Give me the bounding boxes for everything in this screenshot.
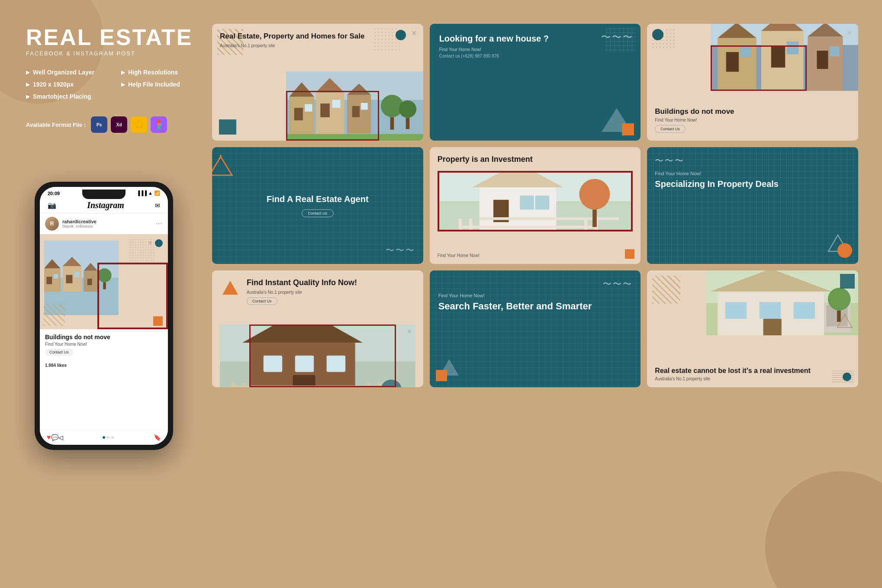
card-title: Looking for a new house ? (439, 33, 631, 44)
house-image (438, 171, 633, 231)
find-home: Find Your Home Now! (655, 118, 850, 122)
svg-rect-103 (763, 319, 782, 335)
card-text: Find Your Home Now! Search Faster, Bette… (438, 293, 632, 312)
send-icon: ✉ (155, 202, 160, 209)
heart-icon[interactable]: ♥ (47, 434, 51, 441)
card-title: Search Faster, Better and Smarter (438, 301, 632, 312)
figma-icon (151, 116, 167, 133)
card-9: Real estate cannot be lost it's a real i… (647, 270, 858, 387)
phone-post-image: ✕ (40, 234, 168, 329)
svg-rect-100 (725, 302, 747, 319)
card-title: Real estate cannot be lost it's a real i… (655, 366, 850, 375)
avatar: R (45, 217, 59, 231)
card-title: Real Estate, Property and Homes for Sale (220, 32, 384, 41)
card-7: Find Instant Quality Info Now! Australia… (212, 270, 423, 387)
find-home: Find Your Home Now! (438, 253, 480, 258)
feature-item: ▶ High Resolutions (121, 69, 208, 76)
card-subtitle: Australia's No.1 property site (220, 43, 384, 48)
card-1: ✕ Real Estate, Property and Homes for Sa… (212, 24, 423, 141)
card-2: 〜〜〜 Looking for a new house ? Find Your … (430, 24, 641, 141)
card-text: Looking for a new house ? Find Your Home… (439, 33, 631, 58)
username: rahardicreative (62, 219, 97, 224)
dot-indicator (107, 436, 109, 439)
close-icon: ✕ (407, 328, 412, 335)
phone-outer: 20:09 ▐▐▐ ▲ 📶 📷 Instagram ✉ R rahardicre… (35, 182, 173, 450)
svg-rect-13 (74, 272, 80, 277)
likes-count: 1.984 likes (45, 363, 67, 368)
left-panel: REAL ESTATE FACEBOOK & INSTAGRAM POST ▶ … (26, 26, 208, 133)
triangle-outline-icon (220, 155, 222, 157)
svg-rect-16 (87, 279, 92, 285)
card-title: Find Instant Quality Info Now! (247, 278, 415, 288)
feature-item: ▶ Well Organized Layer (26, 69, 113, 76)
arrow-icon: ▶ (26, 70, 29, 75)
red-frame (711, 45, 807, 91)
svg-rect-102 (794, 302, 815, 319)
card-text: Find Instant Quality Info Now! Australia… (247, 278, 415, 305)
post-subtitle: Find Your Home Now! (45, 342, 163, 347)
contact-btn[interactable]: Contact Us (45, 349, 73, 356)
svg-rect-34 (390, 117, 394, 130)
red-frame (249, 325, 396, 387)
xd-icon: Xd (111, 116, 127, 133)
orange-triangle (222, 280, 239, 297)
feature-item: ▶ Help File Included (121, 81, 208, 88)
teal-square (840, 274, 855, 289)
arrow-icon: ▶ (26, 82, 29, 87)
svg-rect-36 (406, 118, 409, 129)
brand-title: REAL ESTATE (26, 26, 208, 48)
photoshop-icon: Ps (91, 116, 107, 133)
more-options-icon[interactable]: ··· (156, 220, 163, 228)
contact-btn[interactable]: Contact Us (247, 297, 277, 305)
bg-decoration (765, 471, 882, 588)
format-icons: Ps Xd (91, 116, 167, 133)
feature-item: ▶ Smartobject Placing (26, 93, 113, 100)
house-image-container (286, 71, 423, 141)
svg-rect-55 (817, 51, 828, 69)
svg-marker-60 (212, 157, 232, 175)
card-text: Buildings do not move Find Your Home Now… (655, 107, 850, 133)
card-3: ✕ (647, 24, 858, 141)
brand-subtitle: FACEBOOK & INSTAGRAM POST (26, 50, 208, 57)
stripe-decoration (43, 304, 65, 326)
card-title: Property is an Investment (438, 155, 633, 164)
profile-info: rahardicreative Depok, Indonesia (62, 219, 97, 228)
card-text: Find A Real Estate Agent Contact Us (233, 194, 402, 217)
red-frame (438, 171, 633, 231)
close-icon: ✕ (847, 29, 852, 37)
feature-item: ▶ 1920 x 1920px (26, 81, 113, 88)
bookmark-icon[interactable]: 🔖 (154, 434, 161, 441)
phone-notch (82, 190, 126, 199)
cards-grid: ✕ Real Estate, Property and Homes for Sa… (212, 24, 858, 387)
arrow-icon: ▶ (121, 82, 125, 87)
likes-row: 1.984 likes (40, 358, 168, 371)
find-home-label: Find Your Home Now! (439, 47, 631, 52)
phone-mockup: 20:09 ▐▐▐ ▲ 📶 📷 Instagram ✉ R rahardicre… (35, 182, 173, 450)
red-frame (286, 91, 380, 141)
orange-square (625, 249, 634, 259)
format-section: Available Format File : Ps Xd (26, 116, 208, 133)
find-home-tag: Find Your Home Now! (655, 171, 850, 176)
svg-point-35 (399, 100, 416, 118)
dot-indicator-active (103, 436, 105, 439)
location: Depok, Indonesia (62, 224, 97, 228)
phone-signal: ▐▐▐ ▲ 📶 (137, 190, 160, 196)
teal-rectangle (219, 119, 236, 135)
house-image (711, 24, 858, 91)
contact-btn[interactable]: Contact Us (655, 125, 686, 133)
svg-rect-56 (829, 46, 839, 56)
post-title: Buildings do not move (45, 334, 163, 341)
card-title: Find A Real Estate Agent (233, 194, 402, 204)
svg-rect-12 (66, 275, 72, 283)
share-icon[interactable]: ◁ (58, 434, 63, 441)
comment-icon[interactable]: 💬 (51, 434, 58, 441)
contact-btn[interactable]: Contact Us (302, 209, 334, 217)
instagram-nav: 📷 Instagram ✉ (40, 198, 168, 213)
red-border-frame (97, 263, 168, 329)
card-4: Find A Real Estate Agent Contact Us 〜〜〜 (212, 147, 423, 264)
card-5: Property is an Investment (430, 147, 641, 264)
svg-rect-9 (53, 274, 58, 279)
orange-circle (837, 243, 852, 258)
sketch-icon (131, 116, 147, 133)
card-text: Property is an Investment (438, 155, 633, 164)
